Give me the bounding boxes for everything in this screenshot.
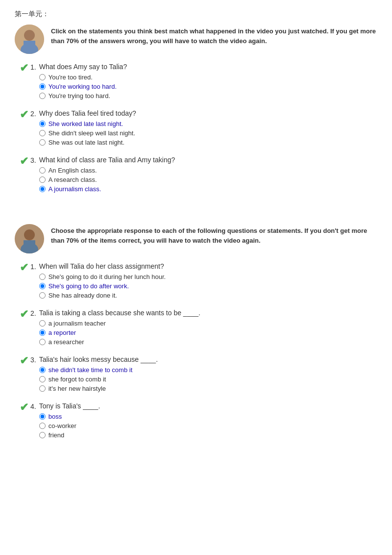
checkmark-2-4: ✔ <box>20 401 28 414</box>
option-1-2-2[interactable]: She didn't sleep well last night. <box>39 129 377 137</box>
checkmark-1-3: ✔ <box>20 155 28 168</box>
radio-1-1-2[interactable] <box>39 83 46 90</box>
radio-2-1-3[interactable] <box>39 292 46 299</box>
option-1-1-1[interactable]: You're too tired. <box>39 74 377 81</box>
option-label-1-3-1: An English class. <box>49 167 97 174</box>
option-label-2-4-2: co-worker <box>49 422 76 429</box>
question-text-2-1: When will Talia do her class assignment? <box>39 262 377 270</box>
svg-point-1 <box>24 30 35 41</box>
option-label-2-1-1: She's going to do it during her lunch ho… <box>49 273 166 280</box>
unit-title: 第一单元： <box>15 10 377 19</box>
checkmark-2-3: ✔ <box>20 354 28 367</box>
option-2-2-1[interactable]: a journalism teacher <box>39 320 377 327</box>
option-2-3-1[interactable]: she didn't take time to comb it <box>39 366 377 374</box>
option-label-2-3-2: she forgot to comb it <box>49 376 106 383</box>
page-container: 第一单元： Click on the statements you think … <box>15 10 377 441</box>
section1-question-2: ✔ 2. Why does Talia feel tired today? Sh… <box>15 109 377 148</box>
avatar-2 <box>15 224 44 253</box>
option-1-2-1[interactable]: She worked late last night. <box>39 120 377 127</box>
instruction-box-2: Choose the appropriate response to each … <box>15 224 377 253</box>
radio-2-1-2[interactable] <box>39 283 46 289</box>
qnum-2-2: 2. <box>30 309 36 317</box>
qnum-1-1: 1. <box>30 63 36 71</box>
option-2-1-1[interactable]: She's going to do it during her lunch ho… <box>39 273 377 280</box>
question-text-1-1: What does Amy say to Talia? <box>39 63 377 71</box>
question-text-1-3: What kind of class are Talia and Amy tak… <box>39 156 377 164</box>
qnum-1-3: 3. <box>30 156 36 164</box>
question-text-2-2: Talia is taking a class because she want… <box>39 309 377 317</box>
radio-2-3-3[interactable] <box>39 385 46 392</box>
radio-1-3-3[interactable] <box>39 186 46 192</box>
radio-1-2-3[interactable] <box>39 139 46 146</box>
radio-1-2-2[interactable] <box>39 130 46 136</box>
question-content-2-3: Talia's hair looks messy because ____. s… <box>39 355 377 394</box>
avatar-1 <box>15 25 44 54</box>
question-content-2-2: Talia is taking a class because she want… <box>39 309 377 348</box>
radio-2-4-3[interactable] <box>39 432 46 438</box>
qnum-2-4: 4. <box>30 402 36 410</box>
option-1-1-2[interactable]: You're working too hard. <box>39 83 377 90</box>
radio-1-1-3[interactable] <box>39 93 46 99</box>
checkmark-1-1: ✔ <box>20 62 28 75</box>
section-2: Choose the appropriate response to each … <box>15 224 377 441</box>
section2-question-4: ✔ 4. Tony is Talia's ____. boss co-worke… <box>15 402 377 441</box>
question-content-1-1: What does Amy say to Talia? You're too t… <box>39 63 377 101</box>
option-2-1-3[interactable]: She has already done it. <box>39 292 377 299</box>
qnum-2-3: 3. <box>30 355 36 364</box>
radio-2-2-2[interactable] <box>39 329 46 336</box>
question-text-2-4: Tony is Talia's ____. <box>39 402 377 410</box>
radio-1-3-1[interactable] <box>39 167 46 174</box>
option-2-4-3[interactable]: friend <box>39 431 377 439</box>
option-label-2-2-1: a journalism teacher <box>49 320 106 327</box>
option-1-2-3[interactable]: She was out late last night. <box>39 139 377 146</box>
option-2-1-2[interactable]: She's going to do after work. <box>39 282 377 290</box>
option-label-2-4-1: boss <box>49 413 62 420</box>
option-label-2-1-2: She's going to do after work. <box>49 282 129 290</box>
option-2-3-3[interactable]: it's her new hairstyle <box>39 385 377 392</box>
question-content-2-4: Tony is Talia's ____. boss co-worker fri… <box>39 402 377 441</box>
svg-point-5 <box>24 229 35 240</box>
question-text-1-2: Why does Talia feel tired today? <box>39 109 377 117</box>
option-2-2-2[interactable]: a reporter <box>39 329 377 336</box>
option-label-1-3-2: A research class. <box>49 176 97 183</box>
radio-2-3-1[interactable] <box>39 367 46 373</box>
radio-2-4-2[interactable] <box>39 423 46 429</box>
option-label-1-2-1: She worked late last night. <box>49 120 123 127</box>
section2-question-3: ✔ 3. Talia's hair looks messy because __… <box>15 355 377 394</box>
option-2-3-2[interactable]: she forgot to comb it <box>39 376 377 383</box>
radio-2-4-1[interactable] <box>39 413 46 420</box>
svg-rect-7 <box>24 240 35 245</box>
option-label-1-1-1: You're too tired. <box>49 74 93 81</box>
qnum-2-1: 1. <box>30 262 36 271</box>
option-2-4-2[interactable]: co-worker <box>39 422 377 429</box>
option-label-1-3-3: A journalism class. <box>49 185 101 193</box>
radio-1-3-2[interactable] <box>39 177 46 183</box>
option-label-1-1-2: You're working too hard. <box>49 83 117 90</box>
option-label-2-2-3: a researcher <box>49 338 84 346</box>
option-label-2-4-3: friend <box>49 431 65 439</box>
option-label-2-3-1: she didn't take time to comb it <box>49 366 133 374</box>
section1-question-1: ✔ 1. What does Amy say to Talia? You're … <box>15 63 377 101</box>
radio-1-2-1[interactable] <box>39 121 46 127</box>
radio-2-1-1[interactable] <box>39 274 46 280</box>
checkmark-2-2: ✔ <box>20 308 28 321</box>
question-content-2-1: When will Talia do her class assignment?… <box>39 262 377 301</box>
radio-1-1-1[interactable] <box>39 74 46 80</box>
option-label-2-2-2: a reporter <box>49 329 76 336</box>
question-content-1-3: What kind of class are Talia and Amy tak… <box>39 156 377 195</box>
option-2-4-1[interactable]: boss <box>39 413 377 420</box>
qnum-1-2: 2. <box>30 109 36 118</box>
option-1-3-3[interactable]: A journalism class. <box>39 185 377 193</box>
option-1-3-2[interactable]: A research class. <box>39 176 377 183</box>
option-2-2-3[interactable]: a researcher <box>39 338 377 346</box>
section2-question-1: ✔ 1. When will Talia do her class assign… <box>15 262 377 301</box>
option-label-2-1-3: She has already done it. <box>49 292 117 299</box>
radio-2-2-3[interactable] <box>39 339 46 345</box>
section-1: Click on the statements you think best m… <box>15 25 377 195</box>
radio-2-2-1[interactable] <box>39 320 46 327</box>
option-1-1-3[interactable]: You're trying too hard. <box>39 92 377 100</box>
option-label-1-1-3: You're trying too hard. <box>49 92 110 100</box>
section2-question-2: ✔ 2. Talia is taking a class because she… <box>15 309 377 348</box>
option-1-3-1[interactable]: An English class. <box>39 167 377 174</box>
radio-2-3-2[interactable] <box>39 376 46 382</box>
